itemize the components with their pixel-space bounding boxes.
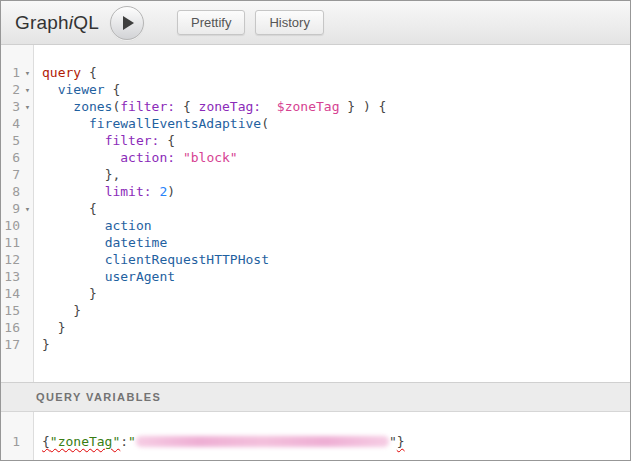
line-number: 11 — [1, 234, 20, 251]
code-token: } — [89, 286, 97, 301]
line-number: 1 — [1, 64, 20, 81]
code-token: $zoneTag — [277, 99, 340, 114]
code-token: { — [89, 65, 97, 80]
code-token: { — [42, 434, 50, 449]
query-variables-header[interactable]: QUERY VARIABLES — [1, 382, 630, 412]
code-line[interactable]: 16 } — [1, 319, 630, 336]
fold-arrow-icon[interactable]: ▾ — [25, 204, 30, 214]
line-number: 3 — [1, 98, 20, 115]
code-line[interactable]: 15 } — [1, 302, 630, 319]
code-token: userAgent — [105, 269, 175, 284]
topbar: GraphiQL Prettify History — [1, 1, 630, 45]
line-number: 12 — [1, 251, 20, 268]
code-line[interactable]: 3▾ zones(filter: { zoneTag: $zoneTag } )… — [1, 98, 630, 115]
code-token: query — [42, 65, 89, 80]
fold-arrow-icon[interactable]: ▾ — [25, 102, 30, 112]
code-token: { — [112, 82, 120, 97]
code-token: datetime — [105, 235, 168, 250]
graphiql-app: GraphiQL Prettify History 1▾query {2▾ vi… — [0, 0, 631, 461]
prettify-button[interactable]: Prettify — [177, 10, 245, 35]
redacted-zone-tag-value — [136, 436, 389, 447]
code-line[interactable]: 7 }, — [1, 166, 630, 183]
code-token: } ) { — [339, 99, 386, 114]
line-number: 14 — [1, 285, 20, 302]
code-line[interactable]: 5 filter: { — [1, 132, 630, 149]
toolbar: Prettify History — [177, 10, 324, 35]
line-number: 2 — [1, 81, 20, 98]
code-line[interactable]: 10 action — [1, 217, 630, 234]
code-token: }, — [105, 167, 121, 182]
code-token: clientRequestHTTPHost — [105, 252, 269, 267]
code-line[interactable]: 6 action: "block" — [1, 149, 630, 166]
code-token: } — [58, 320, 66, 335]
history-button[interactable]: History — [255, 10, 323, 35]
execute-button[interactable] — [110, 6, 144, 40]
code-token: } — [42, 337, 50, 352]
code-token: { — [175, 99, 198, 114]
code-token: ( — [261, 116, 269, 131]
line-number: 16 — [1, 319, 20, 336]
code-line[interactable]: 13 userAgent — [1, 268, 630, 285]
query-editor[interactable]: 1▾query {2▾ viewer {3▾ zones(filter: { z… — [1, 45, 630, 382]
line-number: 7 — [1, 166, 20, 183]
line-number: 5 — [1, 132, 20, 149]
code-token: } — [73, 303, 81, 318]
code-line[interactable]: 8 limit: 2) — [1, 183, 630, 200]
fold-arrow-icon[interactable]: ▾ — [25, 68, 30, 78]
line-number: 13 — [1, 268, 20, 285]
line-number: 4 — [1, 115, 20, 132]
code-token: : — [120, 434, 128, 449]
code-token: zoneTag: — [199, 99, 262, 114]
code-token: " — [128, 434, 136, 449]
line-number: 9 — [1, 200, 20, 217]
line-number: 8 — [1, 183, 20, 200]
line-number: 1 — [1, 433, 20, 450]
code-token: "zoneTag" — [50, 434, 120, 449]
play-icon — [123, 16, 134, 30]
code-line[interactable]: 11 datetime — [1, 234, 630, 251]
code-token: firewallEventsAdaptive — [89, 116, 261, 131]
code-token: { — [159, 133, 175, 148]
code-token: filter: — [120, 99, 175, 114]
code-token: viewer — [58, 82, 113, 97]
line-number: 17 — [1, 336, 20, 353]
code-line[interactable]: 1▾query { — [1, 64, 630, 81]
code-line[interactable]: 12 clientRequestHTTPHost — [1, 251, 630, 268]
variables-editor[interactable]: 1{"zoneTag":""} — [1, 412, 630, 460]
code-token: action — [105, 218, 152, 233]
code-line[interactable]: 4 firewallEventsAdaptive( — [1, 115, 630, 132]
graphiql-logo: GraphiQL — [15, 12, 99, 34]
code-token: } — [397, 434, 405, 449]
code-token: filter: — [105, 133, 160, 148]
fold-arrow-icon[interactable]: ▾ — [25, 85, 30, 95]
code-line[interactable]: 17} — [1, 336, 630, 353]
code-token — [261, 99, 277, 114]
code-token: action: — [120, 150, 175, 165]
line-number: 6 — [1, 149, 20, 166]
code-line[interactable]: 2▾ viewer { — [1, 81, 630, 98]
code-token — [175, 150, 183, 165]
code-token: limit: — [105, 184, 152, 199]
code-line[interactable]: 9▾ { — [1, 200, 630, 217]
code-token: "block" — [183, 150, 238, 165]
code-token: { — [89, 201, 97, 216]
query-variables-title: QUERY VARIABLES — [36, 391, 161, 403]
code-token: " — [389, 434, 397, 449]
code-line[interactable]: 1{"zoneTag":""} — [1, 433, 630, 450]
line-number: 10 — [1, 217, 20, 234]
code-line[interactable]: 14 } — [1, 285, 630, 302]
line-number: 15 — [1, 302, 20, 319]
code-token: ) — [167, 184, 175, 199]
code-token: zones — [73, 99, 112, 114]
